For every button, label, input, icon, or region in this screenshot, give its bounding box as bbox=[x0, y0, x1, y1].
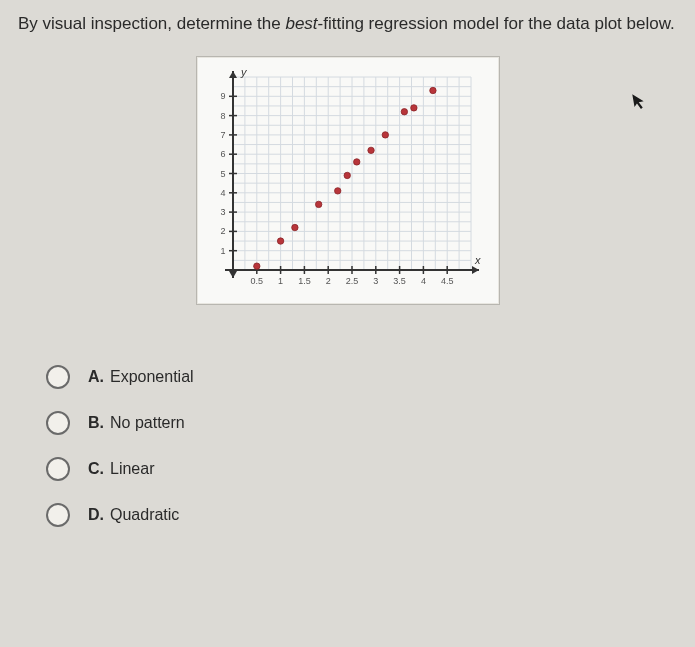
option-letter: A. bbox=[88, 368, 104, 386]
svg-text:2.5: 2.5 bbox=[345, 276, 358, 286]
svg-point-90 bbox=[382, 131, 388, 137]
radio-icon[interactable] bbox=[46, 411, 70, 435]
svg-point-86 bbox=[334, 187, 340, 193]
radio-icon[interactable] bbox=[46, 457, 70, 481]
svg-point-87 bbox=[344, 172, 350, 178]
chart-container: 0.511.522.533.544.5123456789yx bbox=[18, 56, 677, 305]
svg-text:3: 3 bbox=[373, 276, 378, 286]
svg-text:8: 8 bbox=[220, 110, 225, 120]
svg-text:3: 3 bbox=[220, 207, 225, 217]
svg-point-93 bbox=[429, 87, 435, 93]
option-letter: D. bbox=[88, 506, 104, 524]
option-row-C[interactable]: C.Linear bbox=[46, 457, 677, 481]
svg-point-84 bbox=[291, 224, 297, 230]
svg-text:2: 2 bbox=[325, 276, 330, 286]
option-row-B[interactable]: B.No pattern bbox=[46, 411, 677, 435]
svg-text:7: 7 bbox=[220, 130, 225, 140]
option-label: Exponential bbox=[110, 368, 194, 386]
question-suffix: -fitting regression model for the data p… bbox=[318, 14, 675, 33]
question-text: By visual inspection, determine the best… bbox=[18, 12, 677, 36]
svg-point-83 bbox=[277, 238, 283, 244]
option-letter: B. bbox=[88, 414, 104, 432]
chart-frame: 0.511.522.533.544.5123456789yx bbox=[196, 56, 500, 305]
question-emphasis: best bbox=[285, 14, 317, 33]
question-prefix: By visual inspection, determine the bbox=[18, 14, 285, 33]
svg-point-89 bbox=[367, 147, 373, 153]
svg-point-91 bbox=[401, 108, 407, 114]
svg-text:4.5: 4.5 bbox=[440, 276, 453, 286]
svg-point-92 bbox=[410, 104, 416, 110]
svg-text:4: 4 bbox=[220, 188, 225, 198]
svg-text:1: 1 bbox=[220, 245, 225, 255]
svg-text:2: 2 bbox=[220, 226, 225, 236]
svg-text:5: 5 bbox=[220, 168, 225, 178]
radio-icon[interactable] bbox=[46, 365, 70, 389]
radio-icon[interactable] bbox=[46, 503, 70, 527]
svg-text:6: 6 bbox=[220, 149, 225, 159]
svg-text:y: y bbox=[240, 66, 248, 78]
svg-point-85 bbox=[315, 201, 321, 207]
option-label: Linear bbox=[110, 460, 154, 478]
svg-point-88 bbox=[353, 159, 359, 165]
option-row-D[interactable]: D.Quadratic bbox=[46, 503, 677, 527]
svg-point-82 bbox=[253, 263, 259, 269]
option-row-A[interactable]: A.Exponential bbox=[46, 365, 677, 389]
option-label: No pattern bbox=[110, 414, 185, 432]
svg-text:3.5: 3.5 bbox=[393, 276, 406, 286]
scatter-chart: 0.511.522.533.544.5123456789yx bbox=[203, 63, 493, 298]
option-letter: C. bbox=[88, 460, 104, 478]
svg-text:9: 9 bbox=[220, 91, 225, 101]
svg-text:1: 1 bbox=[278, 276, 283, 286]
option-label: Quadratic bbox=[110, 506, 179, 524]
svg-text:4: 4 bbox=[420, 276, 425, 286]
svg-text:0.5: 0.5 bbox=[250, 276, 263, 286]
answer-options: A.ExponentialB.No patternC.LinearD.Quadr… bbox=[18, 365, 677, 527]
svg-text:x: x bbox=[474, 254, 481, 266]
svg-text:1.5: 1.5 bbox=[298, 276, 311, 286]
